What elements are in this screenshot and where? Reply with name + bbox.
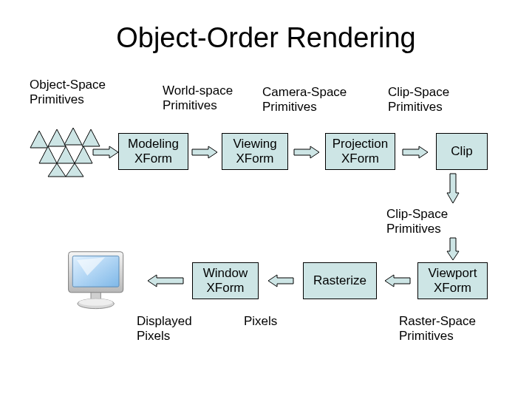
label-clip-space: Clip-Space Primitives <box>388 85 449 115</box>
box-modeling-xform: Modeling XForm <box>118 133 188 170</box>
box-rasterize: Rasterize <box>303 262 377 299</box>
box-window-xform: Window XForm <box>192 262 259 299</box>
svg-marker-3 <box>82 129 100 146</box>
svg-marker-16 <box>192 146 217 158</box>
arrow-right-icon <box>403 146 428 158</box>
label-object-space: Object-Space Primitives <box>30 78 106 108</box>
svg-point-14 <box>79 299 113 306</box>
svg-marker-2 <box>64 128 82 145</box>
svg-marker-4 <box>39 146 57 163</box>
svg-marker-21 <box>385 275 410 287</box>
svg-marker-5 <box>57 146 75 163</box>
box-clip: Clip <box>436 133 488 170</box>
svg-rect-12 <box>91 293 100 300</box>
svg-marker-17 <box>294 146 319 158</box>
arrow-left-icon <box>148 275 183 287</box>
arrow-down-icon <box>447 238 459 260</box>
arrow-right-icon <box>294 146 319 158</box>
arrow-right-icon <box>93 146 118 158</box>
arrow-left-icon <box>268 275 293 287</box>
box-projection-xform: Projection XForm <box>325 133 395 170</box>
svg-marker-7 <box>48 163 66 177</box>
svg-marker-23 <box>148 275 183 287</box>
svg-marker-8 <box>66 163 83 177</box>
label-pixels: Pixels <box>244 314 277 329</box>
arrow-right-icon <box>192 146 217 158</box>
arrow-down-icon <box>447 174 459 203</box>
label-raster-space: Raster-Space Primitives <box>399 314 476 344</box>
box-viewing-xform: Viewing XForm <box>222 133 288 170</box>
svg-marker-1 <box>48 129 66 146</box>
label-displayed-pixels: Displayed Pixels <box>137 314 192 344</box>
svg-marker-20 <box>447 238 459 260</box>
svg-marker-6 <box>75 146 92 163</box>
label-clip-space-2: Clip-Space Primitives <box>386 207 448 237</box>
arrow-left-icon <box>385 275 410 287</box>
svg-marker-22 <box>268 275 293 287</box>
svg-marker-18 <box>403 146 428 158</box>
monitor-icon <box>63 248 133 318</box>
label-world-space: World-space Primitives <box>163 83 233 114</box>
box-viewport-xform: Viewport XForm <box>417 262 488 299</box>
svg-marker-15 <box>93 146 118 158</box>
svg-marker-19 <box>447 174 459 203</box>
svg-marker-0 <box>30 131 48 148</box>
label-camera-space: Camera-Space Primitives <box>262 85 347 115</box>
page-title: Object-Order Rendering <box>0 22 532 54</box>
